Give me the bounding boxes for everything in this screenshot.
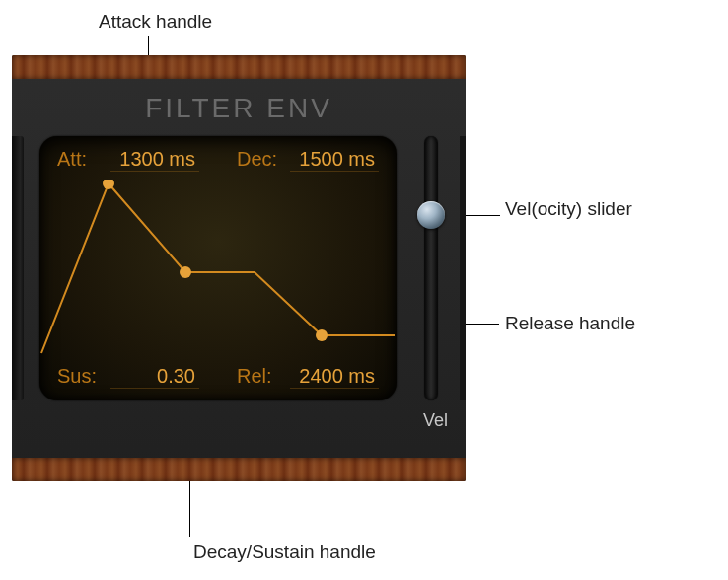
envelope-display: Att: 1300 ms Dec: 1500 ms Sus: 0.30 Rel: (39, 136, 397, 400)
dec-label: Dec: (237, 148, 284, 171)
filter-env-panel: FILTER ENV Att: 1300 ms Dec: 1500 ms (12, 55, 466, 481)
envelope-curve-area (39, 180, 397, 357)
velocity-slider-thumb[interactable] (417, 201, 445, 229)
sus-label: Sus: (57, 365, 105, 388)
param-row-bottom: Sus: 0.30 Rel: 2400 ms (57, 365, 379, 389)
callout-decay-sustain: Decay/Sustain handle (193, 541, 376, 564)
left-panel-edge (12, 136, 24, 400)
envelope-line (41, 183, 395, 353)
release-handle[interactable] (316, 329, 328, 341)
wood-rail-bottom (12, 458, 466, 481)
right-panel-edge (460, 136, 466, 400)
sus-value[interactable]: 0.30 (110, 365, 199, 389)
param-row-top: Att: 1300 ms Dec: 1500 ms (57, 148, 379, 172)
panel-title: FILTER ENV (12, 93, 466, 124)
wood-rail-top (12, 55, 466, 79)
velocity-slider-label: Vel (423, 410, 448, 431)
att-value[interactable]: 1300 ms (110, 148, 199, 172)
rel-value[interactable]: 2400 ms (290, 365, 379, 389)
rel-label: Rel: (237, 365, 284, 388)
callout-release: Release handle (505, 312, 635, 335)
decay-sustain-handle[interactable] (180, 266, 191, 278)
att-label: Att: (57, 148, 105, 171)
dec-value[interactable]: 1500 ms (290, 148, 379, 172)
callout-velocity: Vel(ocity) slider (505, 197, 683, 221)
velocity-slider-track[interactable] (424, 136, 438, 400)
velocity-slider-area (416, 136, 446, 400)
callout-attack: Attack handle (99, 10, 212, 34)
attack-handle[interactable] (103, 180, 114, 189)
